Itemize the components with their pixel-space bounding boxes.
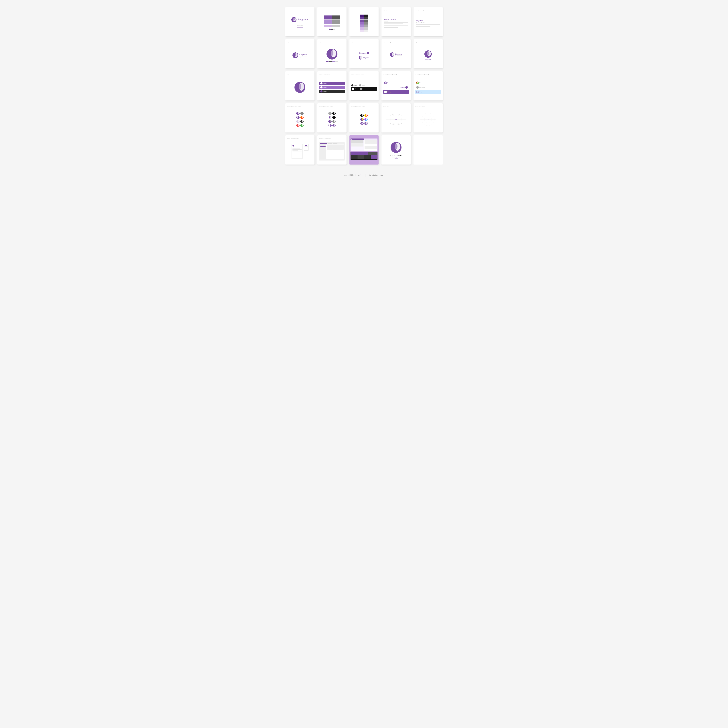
card-22-title: User Interface Design	[319, 138, 331, 139]
card-the-end: THE END Created by Elegance Studio	[381, 135, 411, 165]
svg-point-5	[294, 53, 296, 57]
dark-logo-text-3: Elegance	[323, 91, 327, 92]
card-empty	[413, 135, 443, 165]
bw-logo-2: Elegance	[362, 85, 365, 86]
svg-point-8	[330, 50, 333, 56]
card-brand-app: Brand Line Application Elegance	[285, 135, 315, 165]
unacceptable-logo-4: Elegance	[419, 82, 424, 84]
card-logos-dark: Logos in Dark Mode Elegance Elegance Ele…	[317, 71, 347, 101]
card-unacceptable-icon-3: Unacceptable Icon Usage	[349, 103, 379, 133]
typo-scale-desc: H2 Italics Display	[384, 21, 388, 21]
svg-point-22	[418, 82, 419, 84]
svg-point-15	[427, 51, 429, 55]
card-unacceptable-logo-2: Unacceptable Logo Usage	[413, 71, 443, 101]
svg-point-48	[330, 124, 331, 127]
card-theme-colour: Theme Colour Purple Gray	[317, 7, 347, 37]
cover-brand-name: Elegance	[298, 18, 309, 21]
unacceptable-logo-5: Elegance	[419, 87, 425, 88]
unacceptable-logo-3: Elegance	[387, 91, 395, 93]
card-ui-mockup: User Interface Design Mock Up	[349, 135, 379, 165]
card-20-title: Brand Line Guide	[415, 106, 425, 107]
svg-point-50	[333, 124, 335, 126]
card-logo-tagline: Logo with Tagline Elegance Only Beauty H…	[381, 39, 411, 69]
card-13-title: Logos in Black & White	[351, 73, 364, 75]
card-icon: Icon	[285, 71, 315, 101]
card-21-title: Brand Line Application	[287, 138, 299, 139]
svg-point-30	[301, 116, 303, 118]
bw-logo-dark-2: Elegance	[362, 88, 366, 89]
card-9-title: Logo with Tagline	[383, 41, 393, 43]
bw-logo-dark: Elegance	[355, 88, 358, 89]
card-3-title: Swatches	[351, 9, 356, 11]
svg-point-34	[301, 120, 303, 122]
svg-point-58	[366, 118, 367, 121]
svg-point-10	[360, 56, 362, 59]
card-4-title: Typographic Scale	[383, 9, 393, 11]
card-brand-line: Brand Line	[381, 103, 411, 133]
svg-point-56	[362, 118, 363, 121]
card-typo-scale: Typographic Scale H1/S.Sh.Blb H2 Italics…	[381, 7, 411, 37]
svg-point-40	[333, 112, 335, 115]
card-typo-style: Typographic Style Elegance Only Beauty H…	[413, 7, 443, 37]
letterhead-brand: Elegance	[294, 145, 297, 146]
card-19-title: Brand Line	[383, 106, 389, 107]
unacceptable-logo-2: Elegance	[400, 87, 405, 88]
card-8-title: Logo Font	[351, 41, 357, 43]
tagline-elegance: Elegance	[395, 53, 402, 55]
svg-point-52	[362, 114, 363, 116]
card-6-title: Logo Design	[287, 41, 294, 43]
card-unacceptable-icon-2: Unacceptable Icon Usage	[317, 103, 347, 133]
card-unacceptable-logo-1: Unacceptable Logo Usage Elegance Eleganc…	[381, 71, 411, 101]
unacceptable-logo-6: Elegance	[419, 91, 424, 93]
svg-point-36	[298, 124, 299, 127]
ui-mockup-title: User Interface Design Mock Up	[350, 136, 378, 138]
card-18-title: Unacceptable Icon Usage	[351, 106, 365, 107]
bw-logo-1: Elegance	[354, 85, 358, 86]
card-swatches: Swatches	[349, 7, 379, 37]
typo-scale-heading: H1/S.Sh.Blb	[384, 18, 408, 21]
card-5-title: Typographic Style	[415, 9, 425, 11]
tagline-desc-2: Live your best life every day	[395, 56, 402, 57]
card-logo-design: Logo Design Elegance Beauty & Style	[285, 39, 315, 69]
svg-text:y: y	[428, 119, 429, 120]
card-logo-font: Logo Font Elegance Elegance	[349, 39, 379, 69]
square-logo-name: Elegance	[425, 58, 431, 60]
the-end-sub: Created by Elegance Studio	[392, 157, 400, 158]
svg-point-20	[385, 82, 387, 84]
card-brand-line-guide: Brand Line Guide x y	[413, 103, 443, 133]
footer-divider: |	[365, 174, 366, 177]
footer-brand: lequilibrium©	[344, 174, 361, 177]
palette-label-1: Purple	[329, 31, 330, 31]
card-2-title: Theme Colour	[319, 9, 327, 11]
card-16-title: Unacceptable Icon Usage	[287, 106, 301, 107]
card-logo-colours: Logo Colours	[317, 39, 347, 69]
svg-point-62	[366, 122, 367, 124]
svg-point-79	[394, 144, 398, 149]
card-cover: Elegance Beauty & Style	[285, 7, 315, 37]
logo-tagline-text: Beauty & Style	[299, 57, 307, 58]
svg-point-44	[330, 120, 331, 122]
dark-logo-text-1: Elegance	[323, 83, 327, 84]
card-14-title: Unacceptable Logo Usage	[383, 73, 398, 75]
logo-font-elegance-2: Elegance	[363, 57, 369, 59]
unacceptable-logo-1: Elegance	[387, 82, 392, 84]
card-7-title: Logo Colours	[319, 41, 326, 43]
footer-sup: ©	[360, 174, 361, 176]
svg-point-54	[366, 114, 367, 116]
typo-style-elegance: Elegance	[416, 20, 423, 21]
card-17-title: Unacceptable Icon Usage	[319, 106, 333, 107]
svg-point-28	[297, 116, 298, 118]
svg-point-38	[301, 124, 303, 127]
logo-font-elegance-1: Elegance	[359, 52, 367, 54]
svg-point-26	[298, 112, 299, 115]
the-end-title: THE END	[390, 154, 402, 156]
svg-point-12	[392, 53, 394, 56]
svg-point-42	[330, 116, 331, 118]
brand-line-svg	[384, 110, 408, 128]
card-logos-bw: Logos in Black & White Elegance Elegance…	[349, 71, 379, 101]
svg-point-18	[298, 83, 301, 89]
card-logo-square: Square Version of Logo Elegance	[413, 39, 443, 69]
logo-elegance-text: Elegance	[299, 53, 307, 56]
card-12-title: Logos in Dark Mode	[319, 73, 330, 75]
card-ui-design: User Interface Design	[317, 135, 347, 165]
